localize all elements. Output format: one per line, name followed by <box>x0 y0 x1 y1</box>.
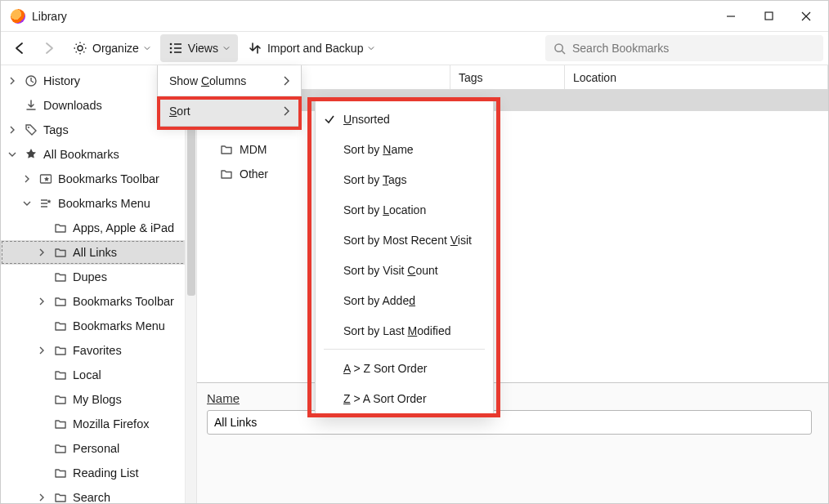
sort-order-za[interactable]: Z > A Sort Order <box>316 383 493 413</box>
sidebar: HistoryDownloadsTagsAll BookmarksBookmar… <box>1 65 197 504</box>
tree-item-label: Bookmarks Toolbar <box>73 295 174 308</box>
tree-item[interactable]: Favorites <box>1 338 196 363</box>
tree-item[interactable]: Mozilla Firefox <box>1 412 196 436</box>
detail-name-input[interactable] <box>207 410 812 435</box>
list-item[interactable]: MDM <box>197 137 828 162</box>
svg-point-5 <box>170 47 173 50</box>
tree-item[interactable]: Bookmarks Toolbar <box>1 289 196 314</box>
tree-item-label: All Links <box>73 246 117 259</box>
tree-item-label: Bookmarks Toolbar <box>58 172 159 185</box>
twisty-icon[interactable] <box>6 77 19 85</box>
import-export-icon <box>248 41 262 56</box>
import-backup-menu-button[interactable]: Import and Backup <box>240 34 383 62</box>
tag-icon <box>24 123 38 136</box>
maximize-button[interactable] <box>750 1 787 32</box>
organize-menu-button[interactable]: Organize <box>65 34 159 62</box>
tree-item[interactable]: My Blogs <box>1 387 196 412</box>
tree-item[interactable]: Dupes <box>1 265 196 289</box>
folder-icon <box>53 368 68 381</box>
tree-item-label: Favorites <box>73 344 122 357</box>
sort-order-az[interactable]: A > Z Sort Order <box>316 353 493 383</box>
forward-button[interactable] <box>35 34 63 62</box>
svg-rect-1 <box>765 12 773 20</box>
close-button[interactable] <box>787 1 825 32</box>
tree-item-label: Downloads <box>43 99 102 112</box>
tree-item[interactable]: Local <box>1 363 196 387</box>
sort-by-tags[interactable]: Sort by Tags <box>316 164 493 194</box>
tree-item-label: Mozilla Firefox <box>73 417 149 430</box>
window-title: Library <box>32 10 67 23</box>
folder-icon <box>53 442 68 455</box>
back-button[interactable] <box>6 34 34 62</box>
list-item-label: MDM <box>240 143 267 156</box>
tree-item[interactable]: Bookmarks Menu <box>1 314 196 338</box>
tree-item-label: Personal <box>73 442 119 455</box>
folder-icon <box>220 143 233 156</box>
bmtoolbar-icon <box>38 172 53 185</box>
tree-item-label: My Blogs <box>73 393 122 406</box>
sort-unsorted[interactable]: Unsorted <box>316 104 493 134</box>
sort-by-most-recent-visit[interactable]: Sort by Most Recent Visit <box>316 225 493 255</box>
search-icon <box>553 42 566 55</box>
tree-item-label: Local <box>73 368 101 381</box>
tree-item[interactable]: All Links <box>1 240 196 265</box>
tree-item[interactable]: Search <box>1 485 196 504</box>
search-input[interactable] <box>572 42 815 55</box>
twisty-icon[interactable] <box>35 346 48 355</box>
tree-item-label: Reading List <box>73 466 139 479</box>
twisty-icon[interactable] <box>20 199 34 207</box>
tree-item-label: History <box>43 74 80 87</box>
menu-show-columns[interactable]: Show Columns <box>158 65 301 96</box>
chevron-right-icon <box>283 106 289 116</box>
tree-item[interactable]: Personal <box>1 436 196 461</box>
sort-by-visit-count[interactable]: Sort by Visit Count <box>316 255 493 285</box>
views-label: Views <box>188 42 218 55</box>
menu-separator <box>324 349 485 350</box>
organize-label: Organize <box>92 42 139 55</box>
twisty-icon[interactable] <box>6 150 19 158</box>
twisty-icon[interactable] <box>35 248 48 256</box>
twisty-icon[interactable] <box>20 175 34 183</box>
column-header-tags[interactable]: Tags <box>450 65 565 89</box>
tree-item[interactable]: All Bookmarks <box>1 142 196 167</box>
sidebar-scrollbar[interactable] <box>185 65 196 504</box>
detail-pane: Name <box>197 382 828 504</box>
tree-item[interactable]: Apps, Apple & iPad <box>1 216 196 240</box>
list-icon <box>168 41 183 56</box>
tree-item[interactable]: Reading List <box>1 461 196 485</box>
sort-by-last-modified[interactable]: Sort by Last Modified <box>316 315 493 346</box>
folder-icon <box>53 344 68 357</box>
check-icon <box>324 114 335 125</box>
folder-icon <box>53 466 68 479</box>
list-item[interactable]: Other <box>197 162 828 186</box>
chevron-right-icon <box>283 76 289 86</box>
twisty-icon[interactable] <box>6 126 19 134</box>
views-menu-button[interactable]: Views <box>160 34 238 62</box>
list-item-label: Other <box>240 167 268 181</box>
twisty-icon[interactable] <box>35 493 48 502</box>
sort-by-location[interactable]: Sort by Location <box>316 194 493 225</box>
tree-item-label: All Bookmarks <box>43 148 119 161</box>
svg-point-4 <box>170 43 173 46</box>
search-bookmarks[interactable] <box>545 35 823 61</box>
sort-by-added[interactable]: Sort by Added <box>316 285 493 315</box>
folder-icon <box>53 270 68 283</box>
svg-line-11 <box>562 51 565 54</box>
folder-icon <box>53 319 68 332</box>
menu-sort[interactable]: Sort <box>158 96 301 126</box>
sort-by-name[interactable]: Sort by Name <box>316 134 493 164</box>
svg-point-13 <box>28 127 29 128</box>
folder-icon <box>53 491 68 504</box>
tree-item[interactable]: Bookmarks Menu <box>1 191 196 216</box>
twisty-icon[interactable] <box>35 297 48 306</box>
minimize-button[interactable] <box>712 1 750 32</box>
column-header-location[interactable]: Location <box>565 65 828 89</box>
tree-item[interactable]: Bookmarks Toolbar <box>1 167 196 191</box>
tree-item-label: Dupes <box>73 270 107 283</box>
folder-icon <box>220 167 233 181</box>
sort-submenu: Unsorted Sort by Name Sort by Tags Sort … <box>315 100 494 417</box>
star-icon <box>24 148 38 161</box>
gear-icon <box>73 41 87 56</box>
folder-icon <box>53 393 68 406</box>
toolbar: Organize Views Import and Backup <box>1 32 828 65</box>
